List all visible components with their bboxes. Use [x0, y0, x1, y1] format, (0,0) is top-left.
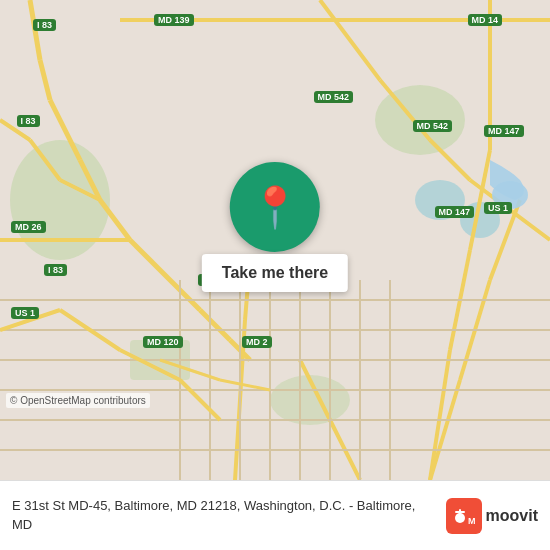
location-pin-background: 📍 [230, 162, 320, 252]
road-badge-us1-bottom: US 1 [11, 307, 39, 319]
road-badge-us1-right: US 1 [484, 202, 512, 214]
road-badge-i83-lower: I 83 [44, 264, 67, 276]
svg-text:M: M [468, 516, 476, 526]
location-pin-icon: 📍 [250, 187, 300, 227]
app-container: I 83 I 83 I 83 MD 139 MD 542 MD 542 MD 1… [0, 0, 550, 550]
take-me-there-container: 📍 Take me there [202, 162, 348, 292]
moovit-text-label: moovit [486, 507, 538, 525]
address-section: E 31st St MD-45, Baltimore, MD 21218, Wa… [12, 497, 436, 533]
moovit-logo: M moovit [446, 498, 538, 534]
road-badge-md542-mid: MD 542 [314, 91, 354, 103]
road-badge-md26: MD 26 [11, 221, 46, 233]
road-badge-md147-lower: MD 147 [435, 206, 475, 218]
road-badge-md542-right: MD 542 [413, 120, 453, 132]
road-badge-i83-mid: I 83 [17, 115, 40, 127]
moovit-logo-icon: M [446, 498, 482, 534]
road-badge-md2: MD 2 [242, 336, 272, 348]
road-badge-md14-top: MD 14 [468, 14, 503, 26]
address-text: E 31st St MD-45, Baltimore, MD 21218, Wa… [12, 497, 436, 533]
take-me-there-button[interactable]: Take me there [202, 254, 348, 292]
road-badge-i83-top: I 83 [33, 19, 56, 31]
map-attribution: © OpenStreetMap contributors [6, 393, 150, 408]
road-badge-md139: MD 139 [154, 14, 194, 26]
road-badge-md147-mid: MD 147 [484, 125, 524, 137]
road-badge-md120: MD 120 [143, 336, 183, 348]
map-area: I 83 I 83 I 83 MD 139 MD 542 MD 542 MD 1… [0, 0, 550, 480]
bottom-bar: E 31st St MD-45, Baltimore, MD 21218, Wa… [0, 480, 550, 550]
